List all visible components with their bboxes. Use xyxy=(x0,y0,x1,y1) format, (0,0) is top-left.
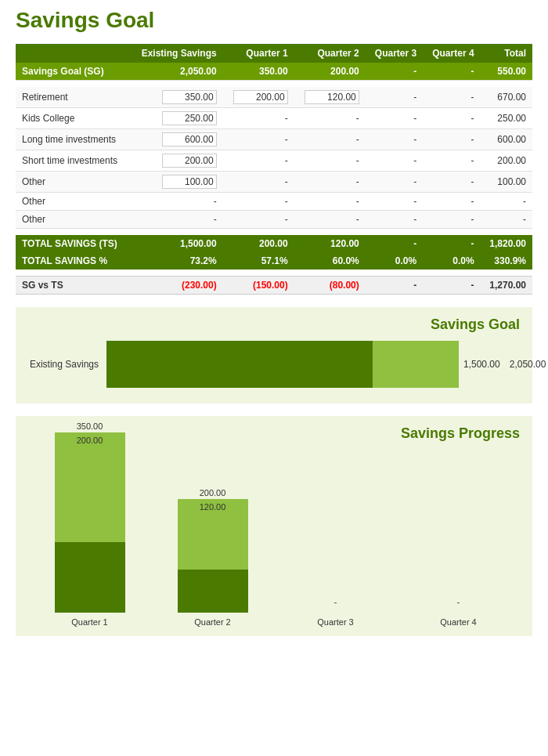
pct-q1: 57.1% xyxy=(223,252,294,269)
ts-q1: 200.00 xyxy=(223,235,294,252)
ts-existing: 1,500.00 xyxy=(130,235,223,252)
total-val: - xyxy=(481,193,532,211)
row-label: Retirement xyxy=(16,87,130,108)
ts-q3: - xyxy=(366,235,423,252)
existing-val: - xyxy=(130,193,223,211)
bar-axis-q4: Quarter 4 xyxy=(440,617,476,627)
col-header-total: Total xyxy=(481,44,532,63)
col-header-q4: Quarter 4 xyxy=(423,44,480,63)
h-bar-light-value: 2,050.00 xyxy=(505,359,548,370)
sgts-q2: (80.00) xyxy=(294,277,366,295)
q4-val: - xyxy=(423,108,480,129)
page-title: Savings Goal xyxy=(16,8,532,33)
h-bar-label: Existing Savings xyxy=(28,359,106,370)
bar-actual-label-q1: 200.00 xyxy=(77,436,103,445)
existing-input[interactable]: 100.00 xyxy=(162,175,217,189)
ts-label: TOTAL SAVINGS (TS) xyxy=(16,235,130,252)
ts-q4: - xyxy=(423,235,480,252)
col-header-q2: Quarter 2 xyxy=(294,44,366,63)
sgts-label: SG vs TS xyxy=(16,277,130,295)
row-label: Short time investments xyxy=(16,150,130,172)
total-val: - xyxy=(481,211,532,229)
pct-existing: 73.2% xyxy=(130,252,223,269)
q2-val: - xyxy=(294,211,366,229)
bar-group-q4: - Quarter 4 xyxy=(397,597,520,627)
savings-goal-chart: Savings Goal Existing Savings 1,500.00 2… xyxy=(16,307,532,403)
q1-val: - xyxy=(223,211,294,229)
q1-val: - xyxy=(223,129,294,150)
q3-val: - xyxy=(366,193,423,211)
q1-val: - xyxy=(223,150,294,172)
existing-input[interactable]: 350.00 xyxy=(162,90,217,104)
row-label: Long time investments xyxy=(16,129,130,150)
h-bar-container: 1,500.00 2,050.00 xyxy=(106,341,548,388)
total-val: 670.00 xyxy=(481,87,532,108)
total-savings-row: TOTAL SAVINGS (TS) 1,500.00 200.00 120.0… xyxy=(16,235,532,252)
bar-axis-q3: Quarter 3 xyxy=(317,617,353,627)
sg-total: 550.00 xyxy=(481,63,532,81)
bar-group-q1: 350.00 200.00 Quarter 1 xyxy=(28,421,151,627)
savings-goal-chart-title: Savings Goal xyxy=(28,317,520,333)
q2-input[interactable]: 120.00 xyxy=(305,90,359,104)
pct-q3: 0.0% xyxy=(366,252,423,269)
ts-q2: 120.00 xyxy=(294,235,366,252)
row-label: Kids College xyxy=(16,108,130,129)
pct-q2: 60.0% xyxy=(294,252,366,269)
table-row: Retirement 350.00 200.00 120.00 - - 670.… xyxy=(16,87,532,108)
sg-q4: - xyxy=(423,63,480,81)
q4-val: - xyxy=(423,211,480,229)
q3-val: - xyxy=(366,87,423,108)
bar-goal-label-q2: 200.00 xyxy=(200,488,226,497)
existing-input[interactable]: 600.00 xyxy=(162,132,217,146)
existing-input[interactable]: 200.00 xyxy=(162,154,217,168)
q1-input[interactable]: 200.00 xyxy=(233,90,288,104)
bar-dash-q4: - xyxy=(457,597,460,608)
bar-group-q3: - Quarter 3 xyxy=(274,597,397,627)
bar-actual-label-q2: 120.00 xyxy=(200,502,226,512)
pct-total: 330.9% xyxy=(481,252,532,269)
col-header-existing: Existing Savings xyxy=(130,44,223,63)
sgts-q4: - xyxy=(423,277,480,295)
row-label: Other xyxy=(16,172,130,193)
q2-val: - xyxy=(294,108,366,129)
q2-val: - xyxy=(294,172,366,193)
h-bar-dark-value: 1,500.00 xyxy=(459,359,505,370)
total-val: 100.00 xyxy=(481,172,532,193)
existing-input[interactable]: 250.00 xyxy=(162,111,217,125)
existing-val: - xyxy=(130,211,223,229)
table-row: Other - - - - - - xyxy=(16,193,532,211)
col-header-name xyxy=(16,44,130,63)
q4-val: - xyxy=(423,193,480,211)
q4-val: - xyxy=(423,150,480,172)
q2-val: - xyxy=(294,129,366,150)
total-pct-row: TOTAL SAVINGS % 73.2% 57.1% 60.0% 0.0% 0… xyxy=(16,252,532,269)
sgts-existing: (230.00) xyxy=(130,277,223,295)
bar-dash-q3: - xyxy=(334,597,337,608)
h-bar-light xyxy=(373,341,459,388)
horizontal-bar-row: Existing Savings 1,500.00 2,050.00 xyxy=(28,341,520,388)
col-header-q1: Quarter 1 xyxy=(223,44,294,63)
sg-vs-ts-row: SG vs TS (230.00) (150.00) (80.00) - - 1… xyxy=(16,277,532,295)
row-label: Other xyxy=(16,211,130,229)
h-bar-dark xyxy=(106,341,373,388)
q2-val: - xyxy=(294,150,366,172)
total-val: 250.00 xyxy=(481,108,532,129)
q4-val: - xyxy=(423,129,480,150)
sg-existing: 2,050.00 xyxy=(130,63,223,81)
savings-table: Existing Savings Quarter 1 Quarter 2 Qua… xyxy=(16,44,532,295)
savings-goal-row: Savings Goal (SG) 2,050.00 350.00 200.00… xyxy=(16,63,532,81)
q4-val: - xyxy=(423,172,480,193)
sg-q1: 350.00 xyxy=(223,63,294,81)
row-label: Other xyxy=(16,193,130,211)
total-val: 600.00 xyxy=(481,129,532,150)
savings-progress-chart: Savings Progress 350.00 200.00 Quarter 1… xyxy=(16,416,532,636)
table-row: Long time investments 600.00 - - - - 600… xyxy=(16,129,532,150)
bar-axis-q2: Quarter 2 xyxy=(194,617,230,627)
bar-chart-container: 350.00 200.00 Quarter 1 200.00 120.00 Qu… xyxy=(28,454,520,627)
q1-val: - xyxy=(223,108,294,129)
sg-q3: - xyxy=(366,63,423,81)
bar-group-q2: 200.00 120.00 Quarter 2 xyxy=(151,488,274,627)
bar-goal-label-q1: 350.00 xyxy=(77,421,103,431)
sgts-q3: - xyxy=(366,277,423,295)
pct-label: TOTAL SAVINGS % xyxy=(16,252,130,269)
